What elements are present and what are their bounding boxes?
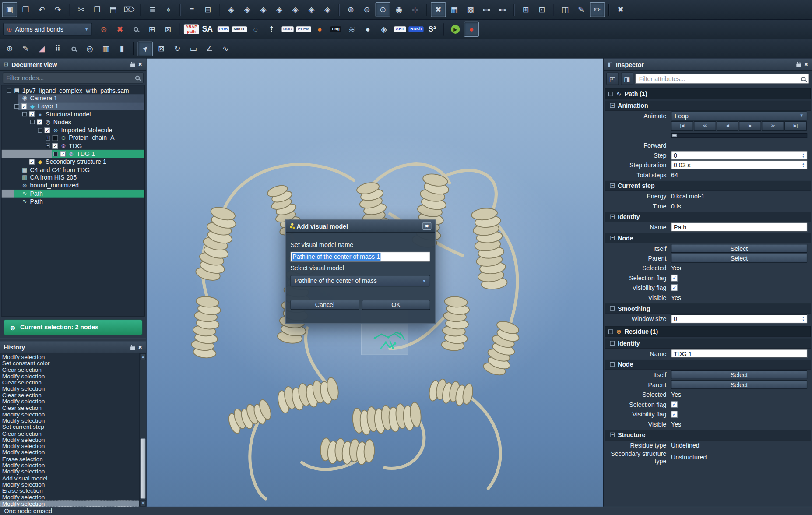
close-document-button[interactable]: ✖ bbox=[613, 2, 628, 17]
dialog-title-bar[interactable]: ● Add visual model ✖ bbox=[286, 220, 435, 233]
history-item[interactable]: Modify selection bbox=[0, 443, 139, 450]
view-cube-left-button[interactable]: ◈ bbox=[256, 2, 271, 17]
scrollbar-track[interactable] bbox=[140, 360, 146, 500]
rect-select-button[interactable]: ⊠ bbox=[154, 41, 169, 56]
chart-tool-button[interactable]: ▮ bbox=[114, 41, 129, 56]
camera-focus-button[interactable]: ◎ bbox=[82, 41, 97, 56]
history-item[interactable]: Clear selection bbox=[0, 405, 139, 411]
panel-splitter[interactable] bbox=[0, 338, 146, 341]
collapse-icon[interactable]: − bbox=[610, 103, 615, 108]
cascade-windows-button[interactable]: ▩ bbox=[463, 2, 478, 17]
undo-button[interactable]: ↶ bbox=[34, 2, 49, 17]
grid-tool-button[interactable]: ▥ bbox=[98, 41, 113, 56]
tree-expander[interactable]: − bbox=[7, 88, 11, 93]
history-item[interactable]: Modify selection bbox=[0, 417, 139, 424]
close-icon[interactable]: ✖ bbox=[138, 62, 142, 67]
rdkit-badge-button[interactable]: RDKit bbox=[408, 22, 423, 37]
view-cube-front-button[interactable]: ◈ bbox=[224, 2, 239, 17]
waves-button[interactable]: ≋ bbox=[344, 22, 359, 37]
pattern-search-button[interactable] bbox=[66, 41, 81, 56]
tile-windows-button[interactable]: ▦ bbox=[447, 2, 462, 17]
preset-selector[interactable]: ⊛ Atoms and bonds ▼ bbox=[3, 23, 92, 36]
window-size-spinner[interactable]: 0▲▼ bbox=[671, 314, 807, 323]
skip-to-end-button[interactable]: ▶| bbox=[784, 121, 807, 130]
collapse-icon[interactable]: − bbox=[608, 92, 613, 96]
tree-checkbox[interactable]: ✓ bbox=[21, 103, 27, 109]
tree-expander[interactable] bbox=[53, 152, 58, 156]
tree-item[interactable]: −✓⊛Imported Molecule bbox=[2, 126, 144, 134]
art-badge-button[interactable]: ART bbox=[393, 22, 408, 37]
tree-item[interactable]: −▤1pv7_ligand_complex_with_paths.sam bbox=[2, 87, 144, 95]
hemoglobin-button[interactable]: ● bbox=[312, 22, 327, 37]
collapse-icon[interactable]: − bbox=[610, 362, 615, 367]
collapse-icon[interactable]: − bbox=[610, 183, 615, 188]
collapse-icon[interactable]: − bbox=[610, 215, 615, 219]
tree-item[interactable]: ∿Path bbox=[2, 190, 144, 198]
view-cube-back-button[interactable]: ◈ bbox=[240, 2, 255, 17]
step-back-button[interactable]: ◀ bbox=[717, 121, 739, 130]
cancel-button[interactable]: Cancel bbox=[291, 300, 359, 310]
visibility-flag-checkbox[interactable]: ✓ bbox=[671, 284, 678, 291]
add-document-button[interactable]: ⊞ bbox=[518, 2, 533, 17]
tree-checkbox[interactable]: ✓ bbox=[29, 111, 35, 117]
tree-checkbox[interactable]: ✓ bbox=[45, 127, 50, 133]
list-view-button[interactable]: ≡ bbox=[184, 2, 199, 17]
annotate-document-button[interactable]: ✏ bbox=[590, 2, 605, 17]
tree-checkbox[interactable]: ✓ bbox=[37, 119, 42, 125]
animate-dropdown[interactable]: Loop▼ bbox=[671, 111, 807, 120]
dialog-close-icon[interactable]: ✖ bbox=[422, 222, 431, 230]
tree-item[interactable]: ⊛bound_minimized bbox=[2, 182, 144, 190]
log-badge-button[interactable]: Log bbox=[328, 22, 343, 37]
measure-tool-button[interactable]: ▭ bbox=[186, 41, 201, 56]
mmtf-badge-button[interactable]: MMTF bbox=[232, 22, 247, 37]
play-simulation-button[interactable]: ▶ bbox=[448, 22, 463, 37]
step-forward-button[interactable]: ≫ bbox=[762, 121, 784, 130]
collapse-icon[interactable]: − bbox=[610, 306, 615, 311]
tree-expander[interactable]: − bbox=[30, 120, 35, 125]
lock-icon[interactable] bbox=[130, 346, 135, 350]
scrollbar-thumb[interactable] bbox=[141, 438, 146, 499]
close-icon[interactable]: ✖ bbox=[138, 345, 142, 350]
lock-icon[interactable] bbox=[796, 63, 801, 67]
view-cube-top-button[interactable]: ◈ bbox=[288, 2, 303, 17]
pointer-tool-button[interactable]: ⇡ bbox=[264, 22, 279, 37]
find-node-button[interactable] bbox=[128, 22, 143, 37]
history-item[interactable]: Erase selection bbox=[0, 456, 139, 462]
visibility-flag-checkbox[interactable]: ✓ bbox=[671, 411, 678, 417]
ok-button[interactable]: OK bbox=[362, 300, 430, 310]
parent-select-button[interactable]: Select bbox=[671, 254, 807, 263]
layers-button[interactable]: ≣ bbox=[145, 2, 160, 17]
history-item[interactable]: Modify selection bbox=[0, 386, 139, 392]
history-item[interactable]: Erase selection bbox=[0, 487, 139, 494]
tree-expander[interactable]: − bbox=[46, 144, 50, 148]
tree-checkbox[interactable] bbox=[52, 135, 58, 141]
tree-checkbox[interactable]: ✓ bbox=[29, 159, 35, 165]
tree-checkbox[interactable]: ✓ bbox=[60, 151, 66, 157]
angle-tool-button[interactable]: ∠ bbox=[202, 41, 217, 56]
history-item[interactable]: Modify selection bbox=[0, 354, 139, 360]
visual-model-dropdown[interactable]: Pathline of the center of mass ▼ bbox=[291, 275, 430, 286]
tree-item[interactable]: −✓⊚TDG bbox=[2, 142, 144, 150]
abort-tool-button[interactable]: ✖ bbox=[431, 2, 446, 17]
split-inspector-button[interactable]: ◰ bbox=[606, 73, 619, 85]
view-cube-bottom-button[interactable]: ◈ bbox=[304, 2, 319, 17]
tree-checkbox[interactable]: ✓ bbox=[52, 143, 58, 149]
tree-item[interactable]: −✓◆Layer 1 bbox=[2, 102, 144, 110]
collapse-icon[interactable]: − bbox=[610, 433, 615, 437]
history-item[interactable]: Clear selection bbox=[0, 392, 139, 399]
step-duration-spinner[interactable]: 0.03 s▲▼ bbox=[671, 161, 807, 169]
history-item[interactable]: Modify selection bbox=[0, 437, 139, 443]
tree-item[interactable]: ◉Camera 1 bbox=[2, 95, 144, 102]
open-workspace-button[interactable]: ❐ bbox=[18, 2, 33, 17]
history-item[interactable]: Modify selection bbox=[0, 411, 139, 418]
history-item[interactable]: Set current step bbox=[0, 424, 139, 430]
history-item[interactable]: Add visual model bbox=[0, 475, 139, 481]
lock-icon[interactable] bbox=[130, 63, 135, 67]
save-button[interactable]: ◫ bbox=[558, 2, 573, 17]
solvent-button[interactable]: ● bbox=[360, 22, 375, 37]
tree-item[interactable]: −✓●Structural model bbox=[2, 110, 144, 118]
arap-path-badge-button[interactable]: ARAP path bbox=[184, 22, 199, 37]
add-atom-button[interactable]: ⊕ bbox=[2, 41, 17, 56]
history-item[interactable]: Clear selection bbox=[0, 367, 139, 373]
history-item[interactable]: Clear selection bbox=[0, 430, 139, 437]
